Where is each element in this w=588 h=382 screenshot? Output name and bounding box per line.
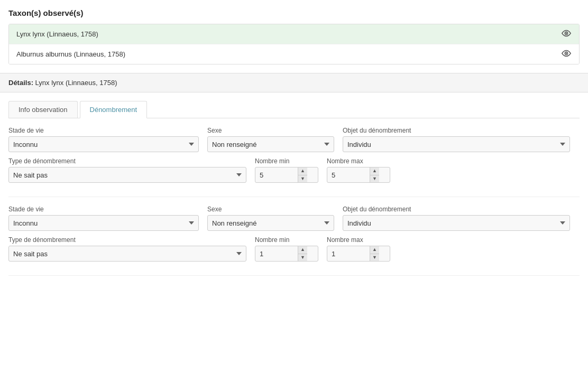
svg-point-1 [566, 33, 567, 34]
nombre-min-input-1[interactable]: 5 [255, 167, 298, 182]
denombrement-section-1: Stade de vie Inconnu Sexe Non renseigné … [8, 118, 580, 197]
nombre-max-label-2: Nombre max [327, 236, 390, 244]
type-denom-label-2: Type de dénombrement [8, 236, 246, 244]
stade-vie-label-1: Stade de vie [8, 127, 199, 134]
form-row-1a: Stade de vie Inconnu Sexe Non renseigné … [8, 127, 580, 152]
nombre-min-up-2[interactable]: ▲ [298, 246, 307, 254]
nombre-min-down-2[interactable]: ▼ [298, 254, 307, 262]
objet-label-1: Objet du dénombrement [343, 127, 570, 134]
stade-vie-label-2: Stade de vie [8, 206, 199, 213]
objet-select-2[interactable]: Individu [343, 215, 570, 231]
denombrement-section-2: Stade de vie Inconnu Sexe Non renseigné … [8, 197, 580, 276]
taxon-item-2[interactable]: Alburnus alburnus (Linnaeus, 1758) [9, 44, 579, 64]
svg-point-3 [566, 53, 567, 54]
sexe-group-1: Sexe Non renseigné [207, 127, 334, 152]
sexe-label-2: Sexe [207, 206, 334, 213]
type-denom-select-2[interactable]: Ne sait pas [8, 246, 246, 262]
objet-label-2: Objet du dénombrement [343, 206, 570, 213]
eye-icon-2[interactable] [561, 50, 572, 59]
details-header: Détails: Lynx lynx (Linnaeus, 1758) [0, 73, 588, 92]
form-row-2b: Type de dénombrement Ne sait pas Nombre … [8, 236, 580, 262]
objet-group-2: Objet du dénombrement Individu [343, 206, 570, 231]
details-label: Détails: [8, 79, 33, 87]
type-denom-label-1: Type de dénombrement [8, 157, 246, 165]
eye-icon-1[interactable] [561, 30, 572, 39]
nombre-min-down-1[interactable]: ▼ [298, 175, 307, 183]
section-title: Taxon(s) observé(s) [8, 8, 580, 17]
taxon-list: Lynx lynx (Linnaeus, 1758) Alburnus albu… [8, 24, 580, 64]
type-denom-group-1: Type de dénombrement Ne sait pas [8, 157, 246, 183]
stade-vie-group-1: Stade de vie Inconnu [8, 127, 199, 152]
nombre-min-up-1[interactable]: ▲ [298, 167, 307, 175]
form-row-2a: Stade de vie Inconnu Sexe Non renseigné … [8, 206, 580, 231]
nombre-min-label-1: Nombre min [255, 157, 318, 165]
nombre-max-spinner-2[interactable]: 1 ▲ ▼ [327, 246, 390, 262]
nombre-max-up-1[interactable]: ▲ [370, 167, 379, 175]
nombre-min-spinner-buttons-1: ▲ ▼ [298, 167, 307, 182]
tab-denombrement[interactable]: Dénombrement [80, 101, 148, 118]
nombre-max-group-2: Nombre max 1 ▲ ▼ [327, 236, 390, 262]
nombre-min-spinner-1[interactable]: 5 ▲ ▼ [255, 167, 318, 183]
nombre-max-label-1: Nombre max [327, 157, 390, 165]
stade-vie-select-2[interactable]: Inconnu [8, 215, 199, 231]
nombre-max-spinner-buttons-2: ▲ ▼ [370, 246, 379, 261]
tabs-container: Info observation Dénombrement [8, 101, 580, 118]
form-row-1b: Type de dénombrement Ne sait pas Nombre … [8, 157, 580, 183]
nombre-max-spinner-1[interactable]: 5 ▲ ▼ [327, 167, 390, 183]
sexe-select-1[interactable]: Non renseigné [207, 136, 334, 152]
sexe-group-2: Sexe Non renseigné [207, 206, 334, 231]
taxon-name-1: Lynx lynx (Linnaeus, 1758) [16, 30, 98, 38]
nombre-min-input-2[interactable]: 1 [255, 246, 298, 261]
type-denom-select-1[interactable]: Ne sait pas [8, 167, 246, 183]
objet-group-1: Objet du dénombrement Individu [343, 127, 570, 152]
sexe-label-1: Sexe [207, 127, 334, 134]
nombre-min-group-2: Nombre min 1 ▲ ▼ [255, 236, 318, 262]
details-taxon-name: Lynx lynx (Linnaeus, 1758) [35, 79, 117, 87]
stade-vie-group-2: Stade de vie Inconnu [8, 206, 199, 231]
nombre-max-input-1[interactable]: 5 [327, 167, 370, 182]
type-denom-group-2: Type de dénombrement Ne sait pas [8, 236, 246, 262]
taxon-item-1[interactable]: Lynx lynx (Linnaeus, 1758) [9, 24, 579, 44]
stade-vie-select-1[interactable]: Inconnu [8, 136, 199, 152]
nombre-max-down-1[interactable]: ▼ [370, 175, 379, 183]
sexe-select-2[interactable]: Non renseigné [207, 215, 334, 231]
nombre-min-label-2: Nombre min [255, 236, 318, 244]
nombre-min-spinner-buttons-2: ▲ ▼ [298, 246, 307, 261]
taxon-name-2: Alburnus alburnus (Linnaeus, 1758) [16, 50, 125, 58]
objet-select-1[interactable]: Individu [343, 136, 570, 152]
tab-info-observation[interactable]: Info observation [8, 101, 78, 118]
nombre-max-spinner-buttons-1: ▲ ▼ [370, 167, 379, 182]
nombre-min-group-1: Nombre min 5 ▲ ▼ [255, 157, 318, 183]
nombre-max-group-1: Nombre max 5 ▲ ▼ [327, 157, 390, 183]
nombre-max-down-2[interactable]: ▼ [370, 254, 379, 262]
nombre-min-spinner-2[interactable]: 1 ▲ ▼ [255, 246, 318, 262]
nombre-max-up-2[interactable]: ▲ [370, 246, 379, 254]
nombre-max-input-2[interactable]: 1 [327, 246, 370, 261]
